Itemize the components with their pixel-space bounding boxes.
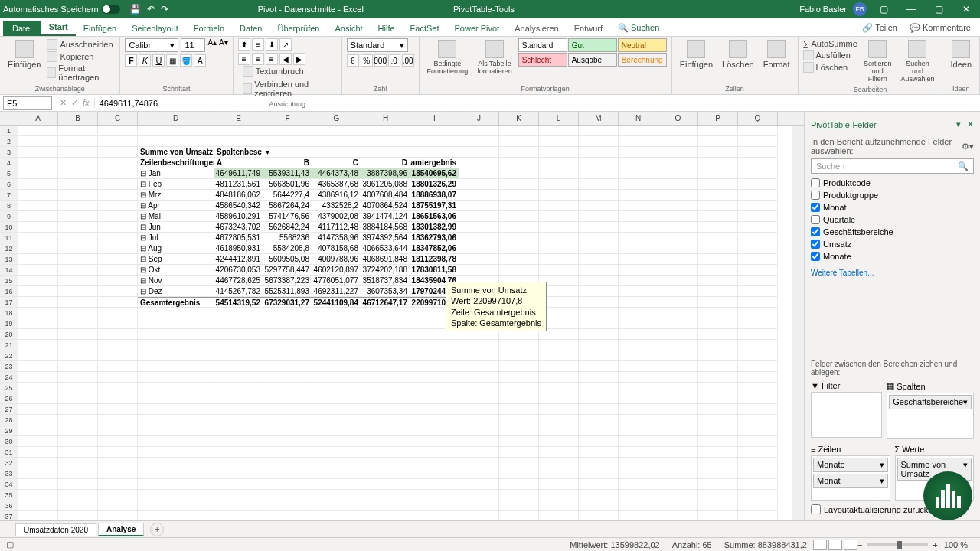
cell[interactable] <box>698 158 738 168</box>
cell[interactable] <box>579 243 619 254</box>
align-left-icon[interactable]: ≡ <box>238 53 250 65</box>
cell[interactable] <box>312 468 361 479</box>
cell[interactable] <box>138 126 214 136</box>
cell[interactable]: ⊟ Okt <box>138 265 214 276</box>
cell[interactable]: ⊟ Dez <box>138 286 214 297</box>
cell[interactable] <box>658 147 698 158</box>
row-header[interactable]: 12 <box>0 243 18 254</box>
cell[interactable] <box>619 211 658 222</box>
cell[interactable] <box>738 201 778 211</box>
cell[interactable]: 4068691,848 <box>361 254 410 265</box>
cell[interactable] <box>579 254 619 265</box>
row-header[interactable]: 16 <box>0 286 18 297</box>
cell[interactable] <box>214 436 263 447</box>
row-header[interactable]: 5 <box>0 168 18 179</box>
cell[interactable] <box>312 126 361 136</box>
orientation-icon[interactable]: ↗ <box>279 38 292 51</box>
cell[interactable] <box>263 393 312 404</box>
cell[interactable] <box>539 243 579 254</box>
cell[interactable] <box>312 361 361 372</box>
cell[interactable] <box>698 436 738 447</box>
cell[interactable]: 4467728,625 <box>214 276 263 286</box>
cell[interactable]: 4672805,531 <box>214 233 263 243</box>
cell[interactable] <box>658 158 698 168</box>
wrap-text-button[interactable]: Textumbruch <box>243 65 304 77</box>
cell[interactable] <box>619 447 658 458</box>
cell[interactable] <box>459 393 499 404</box>
sheet-tab-active[interactable]: Analyse <box>98 523 144 536</box>
cell[interactable] <box>738 447 778 458</box>
cell[interactable] <box>58 329 98 340</box>
cell[interactable] <box>312 436 361 447</box>
font-name-select[interactable]: Calibri▾ <box>125 38 178 52</box>
tab-help[interactable]: Hilfe <box>371 21 403 36</box>
cell[interactable] <box>619 265 658 276</box>
cell[interactable] <box>579 233 619 243</box>
cell[interactable] <box>619 126 658 136</box>
cell[interactable] <box>459 340 499 350</box>
cell[interactable]: Spaltenbesc <box>214 147 263 158</box>
cell[interactable] <box>698 415 738 425</box>
delete-cells-button[interactable]: Löschen <box>719 38 757 70</box>
row-header[interactable]: 31 <box>0 447 18 458</box>
insert-cells-button[interactable]: Einfügen <box>677 38 716 70</box>
dec-decimal-icon[interactable]: .00 <box>402 54 414 67</box>
cell[interactable] <box>579 211 619 222</box>
vertical-scrollbar[interactable] <box>792 126 804 520</box>
cell[interactable] <box>361 393 410 404</box>
cell[interactable]: 4618950,931 <box>214 243 263 254</box>
cell[interactable] <box>499 340 539 350</box>
cell[interactable]: 3941474,124 <box>361 211 410 222</box>
cell[interactable] <box>58 468 98 479</box>
cell[interactable] <box>539 479 579 490</box>
cell[interactable] <box>619 147 658 158</box>
cell[interactable] <box>539 511 579 520</box>
cell[interactable] <box>738 372 778 383</box>
maximize-icon[interactable]: ▢ <box>928 4 949 15</box>
cell[interactable] <box>263 490 312 500</box>
cell[interactable] <box>579 500 619 511</box>
zoom-level[interactable]: 100 % <box>938 540 974 549</box>
cell[interactable] <box>98 415 138 425</box>
autosave-toggle[interactable]: Automatisches Speichern <box>3 5 120 14</box>
cell[interactable] <box>214 447 263 458</box>
tab-powerpivot[interactable]: Power Pivot <box>446 21 507 36</box>
cell[interactable] <box>499 415 539 425</box>
cell[interactable] <box>698 201 738 211</box>
cell[interactable] <box>619 479 658 490</box>
cell[interactable] <box>18 415 58 425</box>
cell[interactable] <box>539 372 579 383</box>
cell[interactable] <box>18 254 58 265</box>
cell[interactable] <box>312 340 361 350</box>
column-header[interactable]: O <box>658 112 698 125</box>
cell[interactable] <box>539 211 579 222</box>
cell[interactable] <box>658 490 698 500</box>
currency-icon[interactable]: € <box>347 54 359 67</box>
cell[interactable] <box>214 500 263 511</box>
cell[interactable] <box>58 490 98 500</box>
fx-icon[interactable]: fx <box>83 98 90 108</box>
cell[interactable] <box>18 447 58 458</box>
cell[interactable] <box>263 500 312 511</box>
cell[interactable] <box>58 297 98 308</box>
avatar[interactable]: FB <box>853 2 867 16</box>
column-header[interactable]: M <box>579 112 619 125</box>
cell[interactable] <box>499 458 539 468</box>
cell[interactable] <box>361 479 410 490</box>
cell[interactable] <box>499 350 539 361</box>
cut-button[interactable]: Ausschneiden <box>47 38 115 51</box>
cell[interactable] <box>214 308 263 318</box>
cell[interactable] <box>58 136 98 147</box>
cell[interactable] <box>18 500 58 511</box>
add-sheet-button[interactable]: + <box>150 523 164 536</box>
cell[interactable]: ▾ <box>263 147 312 158</box>
cell[interactable] <box>58 126 98 136</box>
cell[interactable] <box>214 393 263 404</box>
ideas-button[interactable]: Ideen <box>947 38 975 70</box>
cell[interactable] <box>138 136 214 147</box>
sheet-tab[interactable]: Umsatzdaten 2020 <box>15 523 96 536</box>
row-header[interactable]: 26 <box>0 393 18 404</box>
cell[interactable]: 4007608,484 <box>361 190 410 201</box>
cell[interactable] <box>361 147 410 158</box>
cell[interactable] <box>738 158 778 168</box>
